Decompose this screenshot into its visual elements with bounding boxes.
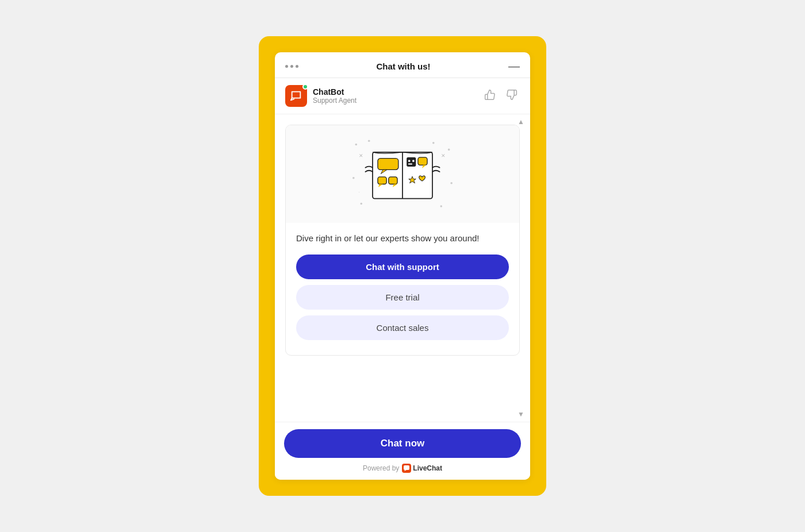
svg-rect-15 <box>378 177 386 184</box>
thumbs-down-icon <box>506 89 518 101</box>
svg-point-5 <box>450 182 453 184</box>
svg-point-7 <box>440 205 442 207</box>
agent-avatar-wrap <box>285 85 307 107</box>
livechat-brand-name: LiveChat <box>413 464 442 472</box>
thumbs-up-button[interactable] <box>482 88 498 105</box>
agent-text: ChatBot Support Agent <box>313 87 356 105</box>
svg-rect-19 <box>407 157 416 167</box>
chat-now-button[interactable]: Chat now <box>284 429 521 458</box>
message-card: ✕ ✕ · <box>285 125 520 356</box>
svg-point-0 <box>355 144 358 146</box>
svg-point-4 <box>352 177 355 179</box>
book-illustration-svg: ✕ ✕ · <box>345 137 460 211</box>
chat-body: ▲ ✕ ✕ <box>275 114 530 422</box>
svg-text:·: · <box>359 190 360 195</box>
agent-name: ChatBot <box>313 87 356 97</box>
dot-3 <box>296 65 298 68</box>
svg-point-21 <box>412 160 415 162</box>
svg-text:✕: ✕ <box>359 153 363 159</box>
scroll-down-arrow: ▼ <box>518 410 524 418</box>
powered-by: Powered by LiveChat <box>284 464 521 473</box>
dot-2 <box>290 65 293 68</box>
svg-point-1 <box>368 140 370 142</box>
svg-rect-13 <box>378 159 398 170</box>
svg-point-20 <box>408 160 411 162</box>
header-title: Chat with us! <box>376 61 430 71</box>
message-content: Dive right in or let our experts show yo… <box>286 223 519 355</box>
svg-rect-26 <box>404 465 409 470</box>
minimize-button[interactable]: — <box>508 60 520 72</box>
svg-point-2 <box>432 142 435 144</box>
contact-sales-button[interactable]: Contact sales <box>296 315 509 340</box>
svg-rect-23 <box>418 157 427 165</box>
livechat-logo: LiveChat <box>402 464 442 473</box>
yellow-frame: Chat with us! — ChatBot <box>259 36 546 496</box>
livechat-bubble-icon <box>404 465 409 471</box>
dot-1 <box>285 65 288 68</box>
agent-info: ChatBot Support Agent <box>285 85 356 107</box>
online-indicator <box>302 84 308 90</box>
free-trial-button[interactable]: Free trial <box>296 285 509 310</box>
chat-widget: Chat with us! — ChatBot <box>275 52 530 480</box>
agent-actions <box>482 88 520 105</box>
svg-point-6 <box>360 203 362 205</box>
scroll-up-arrow: ▲ <box>518 118 524 126</box>
illustration-area: ✕ ✕ · <box>286 125 519 223</box>
thumbs-down-button[interactable] <box>504 88 520 105</box>
svg-marker-27 <box>404 470 407 471</box>
svg-text:✕: ✕ <box>441 153 446 159</box>
chat-with-support-button[interactable]: Chat with support <box>296 255 509 279</box>
svg-point-3 <box>448 149 450 151</box>
widget-bottom: Chat now Powered by LiveChat <box>275 422 530 480</box>
thumbs-up-icon <box>484 89 496 101</box>
livechat-icon <box>402 464 411 473</box>
chatbot-icon <box>290 90 302 102</box>
widget-header: Chat with us! — <box>275 52 530 78</box>
message-text: Dive right in or let our experts show yo… <box>296 232 509 245</box>
agent-role: Support Agent <box>313 97 356 105</box>
svg-rect-22 <box>408 164 412 165</box>
powered-by-text: Powered by <box>363 464 399 472</box>
svg-rect-17 <box>389 177 397 184</box>
agent-bar: ChatBot Support Agent <box>275 78 530 114</box>
header-dots <box>285 65 298 68</box>
